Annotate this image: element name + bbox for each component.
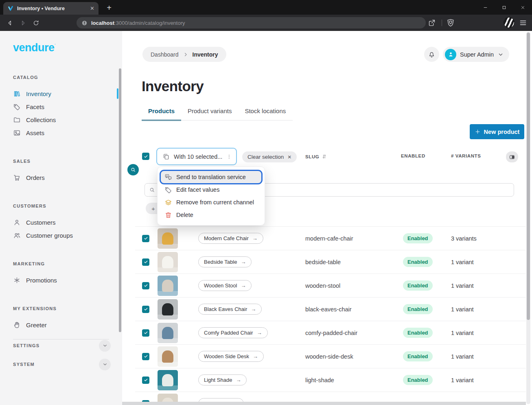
tab-stock-locations[interactable]: Stock locations bbox=[238, 107, 292, 121]
table-row: Wooden Stool → wooden-stool Enabled 1 va… bbox=[135, 274, 526, 297]
product-thumbnail bbox=[158, 299, 178, 320]
row-checkbox[interactable] bbox=[142, 377, 149, 384]
product-slug: bedside-table bbox=[305, 259, 341, 265]
breadcrumb-inventory[interactable]: Inventory bbox=[193, 51, 218, 58]
nav-section-marketing: MARKETING Promotions bbox=[0, 261, 122, 287]
share-icon[interactable] bbox=[427, 18, 436, 27]
reload-icon[interactable] bbox=[30, 17, 42, 28]
product-name-chip[interactable]: Comfy Padded Chair → bbox=[198, 327, 268, 338]
cart-icon bbox=[13, 174, 21, 182]
column-header-variants: # VARIANTS bbox=[451, 153, 481, 158]
column-header-slug[interactable]: SLUG bbox=[305, 153, 327, 160]
new-tab-button[interactable]: + bbox=[105, 3, 114, 12]
vertical-scrollbar-thumb[interactable] bbox=[527, 33, 530, 320]
clear-selection-chip[interactable]: Clear selection ✕ bbox=[242, 151, 297, 162]
vendure-logo[interactable]: vendure˙ bbox=[13, 42, 55, 54]
product-slug: black-eaves-chair bbox=[305, 306, 352, 313]
tabs-underline bbox=[142, 120, 293, 120]
url-bar[interactable]: localhost:3000/admin/catalog/inventory bbox=[77, 17, 426, 28]
product-name-chip[interactable]: Modern Cafe Chair → bbox=[198, 233, 263, 244]
sidebar-item-promotions[interactable]: Promotions bbox=[0, 274, 122, 287]
sidebar-item-assets[interactable]: Assets bbox=[0, 126, 122, 139]
site-info-icon[interactable] bbox=[81, 20, 88, 26]
sidebar: vendure˙ CATALOG Inventory Facets bbox=[0, 31, 122, 405]
product-slug: light-shade bbox=[305, 377, 334, 383]
sidebar-item-collections[interactable]: Collections bbox=[0, 113, 122, 126]
menu-item-remove-from-channel[interactable]: Remove from current channel bbox=[161, 196, 261, 208]
table-row: Light Shade → light-shade Enabled 1 vari… bbox=[135, 368, 526, 392]
sidebar-item-greeter[interactable]: Greeter bbox=[0, 318, 122, 331]
menu-item-delete[interactable]: Delete bbox=[161, 209, 261, 221]
sidebar-section-settings[interactable]: SETTINGS bbox=[13, 339, 111, 352]
arrow-right-icon: → bbox=[236, 377, 241, 383]
select-all-checkbox[interactable] bbox=[142, 153, 149, 160]
horizontal-scrollbar[interactable] bbox=[122, 402, 526, 405]
page-tabs: Products Product variants Stock location… bbox=[142, 107, 292, 121]
new-product-button[interactable]: New product bbox=[470, 124, 524, 139]
browser-tab[interactable]: Inventory • Vendure ✕ bbox=[3, 2, 99, 15]
tab-products[interactable]: Products bbox=[142, 107, 181, 121]
sidebar-item-orders[interactable]: Orders bbox=[0, 171, 122, 184]
product-name-chip[interactable]: Bedside Table → bbox=[198, 256, 252, 267]
check-icon bbox=[144, 331, 148, 335]
column-header-enabled: ENABLED bbox=[401, 153, 425, 158]
tab-close-icon[interactable]: ✕ bbox=[90, 6, 94, 11]
copy-icon bbox=[162, 153, 170, 160]
kebab-menu-icon[interactable] bbox=[226, 153, 232, 160]
row-checkbox[interactable] bbox=[142, 282, 149, 289]
row-checkbox[interactable] bbox=[142, 329, 149, 337]
row-checkbox[interactable] bbox=[142, 235, 149, 242]
product-name-chip[interactable]: Black Eaves Chair → bbox=[198, 304, 262, 315]
nav-section-my-extensions: MY EXTENSIONS Greeter bbox=[0, 306, 122, 331]
row-checkbox[interactable] bbox=[142, 306, 149, 313]
check-icon bbox=[144, 154, 148, 159]
sort-icon[interactable] bbox=[321, 153, 327, 160]
sidebar-item-facets[interactable]: Facets bbox=[0, 100, 122, 113]
product-slug: modern-cafe-chair bbox=[305, 235, 353, 242]
browser-profile-avatar[interactable] bbox=[504, 17, 514, 28]
bulk-actions-button[interactable]: With 10 selected... bbox=[156, 148, 237, 165]
chevron-down-icon[interactable] bbox=[99, 359, 111, 370]
sidebar-scrollbar[interactable] bbox=[119, 68, 121, 332]
chevron-down-icon[interactable] bbox=[99, 340, 111, 352]
nav-section-customers: CUSTOMERS Customers Customer groups bbox=[0, 204, 122, 242]
arrow-right-icon: → bbox=[253, 353, 258, 359]
bulk-actions-dropdown: A Send to translation service Edit facet… bbox=[157, 166, 265, 225]
tab-product-variants[interactable]: Product variants bbox=[181, 107, 238, 121]
product-name-chip[interactable]: Wooden Side Desk → bbox=[198, 351, 264, 362]
plus-icon bbox=[475, 129, 481, 135]
product-thumbnail bbox=[158, 370, 178, 390]
menu-item-send-to-translation[interactable]: A Send to translation service bbox=[161, 171, 261, 183]
row-checkbox[interactable] bbox=[142, 353, 149, 360]
breadcrumb-dashboard[interactable]: Dashboard bbox=[151, 51, 179, 58]
product-name-chip[interactable]: → bbox=[198, 398, 244, 402]
user-name: Super Admin bbox=[460, 51, 494, 58]
row-checkbox[interactable] bbox=[142, 258, 149, 266]
sidebar-item-customer-groups[interactable]: Customer groups bbox=[0, 229, 122, 242]
sidebar-section-system[interactable]: SYSTEM bbox=[13, 358, 111, 370]
window-minimize-button[interactable] bbox=[476, 0, 495, 15]
brave-shield-icon[interactable] bbox=[446, 18, 455, 27]
window-maximize-button[interactable] bbox=[495, 0, 513, 15]
menu-item-edit-facet-values[interactable]: Edit facet values bbox=[161, 184, 261, 196]
back-icon[interactable] bbox=[4, 17, 15, 28]
image-icon bbox=[13, 129, 21, 137]
sidebar-item-customers[interactable]: Customers bbox=[0, 216, 122, 229]
close-icon[interactable]: ✕ bbox=[287, 154, 291, 160]
browser-menu-icon[interactable] bbox=[518, 18, 528, 27]
vertical-scrollbar[interactable] bbox=[526, 32, 530, 404]
product-thumbnail bbox=[158, 394, 178, 402]
window-close-button[interactable] bbox=[513, 0, 532, 15]
notifications-button[interactable] bbox=[424, 47, 439, 62]
search-toggle-button[interactable] bbox=[127, 164, 139, 175]
forward-icon[interactable] bbox=[17, 17, 28, 28]
sidebar-item-inventory[interactable]: Inventory bbox=[0, 87, 122, 100]
product-name-chip[interactable]: Wooden Stool → bbox=[198, 280, 252, 291]
product-name-chip[interactable]: Light Shade → bbox=[198, 374, 247, 385]
column-settings-button[interactable] bbox=[506, 151, 518, 162]
check-icon bbox=[144, 354, 148, 359]
arrow-right-icon: → bbox=[252, 235, 258, 241]
window-controls bbox=[476, 0, 532, 15]
search-icon bbox=[130, 167, 136, 173]
user-menu[interactable]: Super Admin bbox=[443, 47, 509, 62]
